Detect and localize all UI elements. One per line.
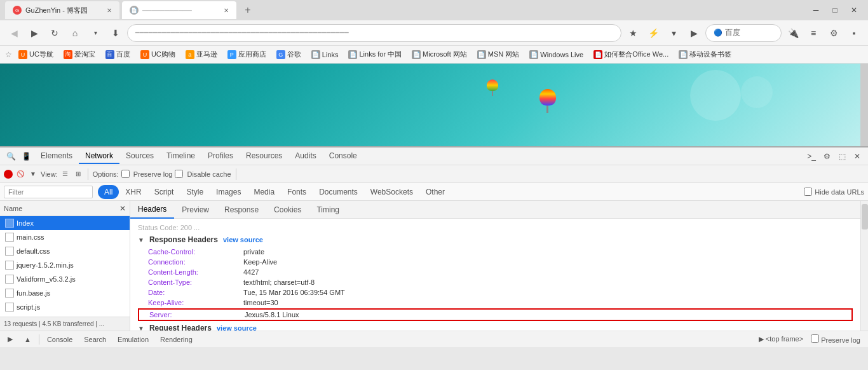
menu-button[interactable]: ≡ xyxy=(804,24,822,42)
devtools-device-button[interactable]: 📱 xyxy=(19,149,33,163)
view-detail-button[interactable]: ⊞ xyxy=(73,169,83,179)
devtools-console-button[interactable]: >_ xyxy=(804,149,818,163)
bookmark-star-button[interactable]: ★ xyxy=(624,24,642,42)
tab-audits[interactable]: Audits xyxy=(288,149,322,164)
bottom-tab-rendering[interactable]: Rendering xyxy=(156,334,196,345)
devtools-close-button[interactable]: ✕ xyxy=(850,149,864,163)
nav-btn-1[interactable]: ⚡ xyxy=(644,24,662,42)
filter-all[interactable]: All xyxy=(98,185,119,199)
det-tab-cookies[interactable]: Cookies xyxy=(266,202,309,218)
bottom-tab-emulation[interactable]: Emulation xyxy=(114,334,153,345)
home-button[interactable]: ⌂ xyxy=(66,24,84,42)
clear-button[interactable]: 🚫 xyxy=(15,169,25,179)
file-item-jquery[interactable]: jquery-1.5.2.min.js xyxy=(0,258,130,272)
bookmark-microsoft[interactable]: 📄 Microsoft 网站 xyxy=(408,48,471,60)
file-list-scroll[interactable]: Index main.css default.css jquery-1 xyxy=(0,216,130,317)
bookmark-mobile[interactable]: 📄 移动设备书签 xyxy=(675,48,735,60)
tab-elements[interactable]: Elements xyxy=(34,149,79,164)
bookmark-links[interactable]: 📄 Links xyxy=(308,49,342,60)
filter-xhr[interactable]: XHR xyxy=(119,185,147,199)
tab-profiles[interactable]: Profiles xyxy=(201,149,240,164)
tab-2-close[interactable]: ✕ xyxy=(224,7,229,14)
details-scroll-area[interactable]: Status Code: 200 ... ▼ Response Headers … xyxy=(130,219,860,331)
window-minimize-button[interactable]: ─ xyxy=(807,3,825,17)
bottom-separator xyxy=(39,334,39,345)
bookmark-ucshopping[interactable]: U UC购物 xyxy=(137,48,179,60)
settings-button[interactable]: ⚙ xyxy=(825,24,843,42)
view-list-button[interactable]: ☰ xyxy=(60,169,71,179)
tab-1[interactable]: G GuZhenYin - 博客园 ✕ xyxy=(5,1,119,19)
filter-style[interactable]: Style xyxy=(180,185,210,199)
page-scrollbar[interactable] xyxy=(860,64,868,146)
filter-media[interactable]: Media xyxy=(247,185,281,199)
tab-resources[interactable]: Resources xyxy=(240,149,288,164)
record-button[interactable] xyxy=(4,170,13,179)
new-tab-button[interactable]: + xyxy=(239,1,257,19)
hide-data-urls-checkbox[interactable] xyxy=(804,188,812,196)
bottom-tab-search[interactable]: Search xyxy=(80,334,110,345)
filter-fonts[interactable]: Fonts xyxy=(281,185,313,199)
det-tab-headers[interactable]: Headers xyxy=(130,201,174,219)
devtools-inspect-button[interactable]: 🔍 xyxy=(4,149,18,163)
bottom-tab-console[interactable]: Console xyxy=(43,334,76,345)
response-headers-view-source[interactable]: view source xyxy=(223,236,263,243)
bookmark-links-cn[interactable]: 📄 Links for 中国 xyxy=(344,48,405,60)
filter-images[interactable]: Images xyxy=(210,185,247,199)
extensions-button[interactable]: 🔌 xyxy=(784,24,802,42)
filter-input[interactable] xyxy=(4,186,93,198)
filter-documents[interactable]: Documents xyxy=(313,185,364,199)
bookmark-appstore[interactable]: P 应用商店 xyxy=(224,48,270,60)
preserve-log-checkbox[interactable] xyxy=(121,170,130,178)
bookmark-google[interactable]: G 谷歌 xyxy=(273,48,305,60)
details-panel: Headers Preview Response Cookies Timing … xyxy=(130,201,860,331)
devtools-settings-button[interactable]: ⚙ xyxy=(820,149,834,163)
bottom-preserve-log-checkbox[interactable] xyxy=(811,334,819,343)
filter-script[interactable]: Script xyxy=(148,185,180,199)
forward-button[interactable]: ▶ xyxy=(25,24,43,42)
tab-network[interactable]: Network xyxy=(79,149,119,164)
bookmark-ucshopping-icon: U xyxy=(140,50,149,59)
address-bar[interactable]: ━━━━━━━━━━━━━━━━━━━━━━━━━━━━━━━━━━━━━━━━… xyxy=(127,24,621,42)
det-tab-response[interactable]: Response xyxy=(217,202,266,218)
request-headers-view-source[interactable]: view source xyxy=(217,324,257,331)
filter-button[interactable]: ▼ xyxy=(28,169,38,179)
back-button[interactable]: ◀ xyxy=(5,24,23,42)
file-item-defaultcss[interactable]: default.css xyxy=(0,244,130,258)
devtools-dock-button[interactable]: ⬚ xyxy=(835,149,849,163)
file-item-index[interactable]: Index xyxy=(0,216,130,230)
tab-console[interactable]: Console xyxy=(323,149,363,164)
nav-btn-next[interactable]: ▶ xyxy=(685,24,703,42)
back-dropdown-button[interactable]: ▾ xyxy=(86,24,104,42)
bookmark-taobao[interactable]: 淘 爱淘宝 xyxy=(60,48,99,60)
tab-2[interactable]: 📄 ─────────── ✕ xyxy=(122,1,236,19)
bookmark-baidu[interactable]: 百 百度 xyxy=(102,48,134,60)
tab-1-close[interactable]: ✕ xyxy=(107,7,112,14)
file-item-validform[interactable]: Validform_v5.3.2.js xyxy=(0,272,130,286)
search-bar[interactable]: 🔵 百度 xyxy=(705,24,782,42)
bookmark-office[interactable]: 📄 如何整合Office We... xyxy=(590,48,672,60)
det-tab-preview[interactable]: Preview xyxy=(174,202,217,218)
det-tab-timing[interactable]: Timing xyxy=(309,202,347,218)
file-item-script[interactable]: script.js xyxy=(0,300,130,314)
file-item-funbase[interactable]: fun.base.js xyxy=(0,286,130,300)
window-close-button[interactable]: ✕ xyxy=(845,3,863,17)
file-item-maincss[interactable]: main.css xyxy=(0,230,130,244)
bookmark-windowslive[interactable]: 📄 Windows Live xyxy=(526,49,587,60)
disable-cache-checkbox[interactable] xyxy=(175,170,183,178)
filter-websockets[interactable]: WebSockets xyxy=(364,185,419,199)
tab-timeline[interactable]: Timeline xyxy=(160,149,201,164)
devtools-bottom-up-icon[interactable]: ▲ xyxy=(20,334,35,345)
window-maximize-button[interactable]: □ xyxy=(826,3,844,17)
bookmark-uc[interactable]: U UC导航 xyxy=(15,48,57,60)
devtools-bottom-input-icon[interactable]: ▶ xyxy=(4,334,17,345)
bookmark-amazon[interactable]: a 亚马逊 xyxy=(182,48,221,60)
filter-other[interactable]: Other xyxy=(419,185,451,199)
downloads-button[interactable]: ⬇ xyxy=(107,24,125,42)
more-button[interactable]: ▪ xyxy=(845,24,863,42)
details-scrollbar[interactable] xyxy=(860,201,868,331)
bookmark-msn[interactable]: 📄 MSN 网站 xyxy=(473,48,524,60)
tab-sources[interactable]: Sources xyxy=(119,149,160,164)
refresh-button[interactable]: ↻ xyxy=(46,24,64,42)
nav-btn-2[interactable]: ▾ xyxy=(665,24,682,42)
file-list-close-button[interactable]: ✕ xyxy=(119,204,126,213)
